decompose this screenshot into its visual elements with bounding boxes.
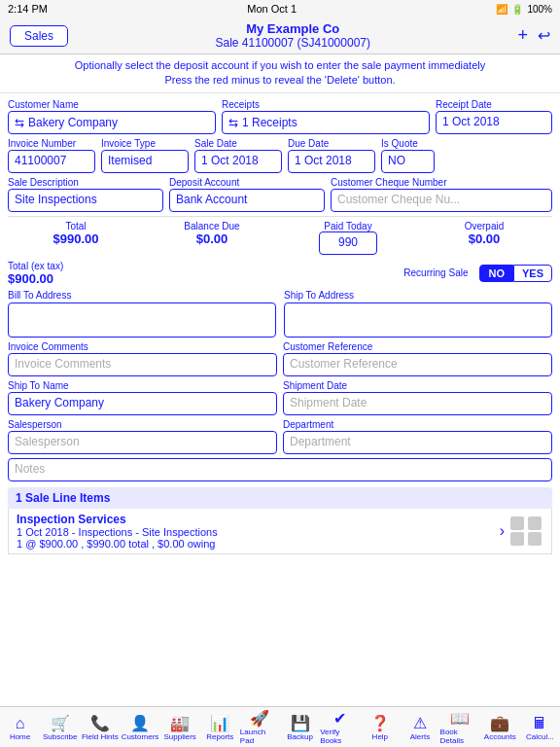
tab-reports[interactable]: 📊 Reports (200, 711, 240, 745)
ship-name-row: Ship To Name Bakery Company Shipment Dat… (8, 380, 552, 415)
tab-accounts[interactable]: 💼 Accounts (480, 711, 520, 745)
verify-books-icon: ✔ (333, 711, 346, 727)
invoice-comments-field[interactable]: Invoice Comments (8, 353, 277, 376)
balance-due-label: Balance Due (184, 221, 239, 231)
customer-name-field[interactable]: ⇆ Bakery Company (8, 111, 216, 134)
tab-field-hints[interactable]: 📞 Field Hints (80, 711, 120, 745)
tab-suppliers-label: Suppliers (163, 732, 195, 741)
customer-reference-field[interactable]: Customer Reference (283, 353, 552, 376)
nav-bar: Sales My Example Co Sale 41100007 (SJ410… (0, 18, 560, 54)
customer-cheque-placeholder: Customer Cheque Nu... (337, 193, 460, 206)
back-button[interactable]: Sales (10, 25, 68, 47)
total-ex-tax-label: Total (ex tax) (8, 261, 63, 271)
department-field[interactable]: Department (283, 431, 552, 454)
receipt-date-value: 1 Oct 2018 (442, 115, 500, 128)
tab-launch-pad-label: Launch Pad (240, 728, 280, 745)
is-quote-field[interactable]: NO (381, 150, 435, 173)
tab-reports-label: Reports (206, 732, 233, 741)
toggle-no-button[interactable]: NO (479, 265, 513, 282)
ship-to-label: Ship To Address (284, 290, 552, 301)
receipt-date-group: Receipt Date 1 Oct 2018 (436, 99, 552, 134)
tab-home[interactable]: ⌂ Home (0, 711, 40, 745)
bill-to-field[interactable] (8, 302, 276, 338)
is-quote-group: Is Quote NO (381, 138, 435, 173)
row-invoice: Invoice Number 41100007 Invoice Type Ite… (8, 138, 552, 173)
invoice-comments-group: Invoice Comments Invoice Comments (8, 341, 277, 376)
row-customer: Customer Name ⇆ Bakery Company Receipts … (8, 99, 552, 134)
due-date-group: Due Date 1 Oct 2018 (288, 138, 375, 173)
totals-section: Total $990.00 Balance Due $0.00 Paid Tod… (8, 216, 552, 259)
total-ex-tax-col: Total (ex tax) $900.00 (8, 261, 403, 286)
sale-desc-field[interactable]: Site Inspections (8, 189, 163, 212)
recurring-toggle[interactable]: NO YES (479, 265, 552, 282)
sale-date-field[interactable]: 1 Oct 2018 (194, 150, 282, 173)
shipment-date-field[interactable]: Shipment Date (283, 392, 552, 415)
notes-row: Notes (8, 458, 552, 481)
tab-backup-label: Backup (287, 732, 313, 741)
help-icon: ❓ (370, 716, 390, 731)
tab-launch-pad[interactable]: 🚀 Launch Pad (240, 711, 280, 745)
receipt-date-field[interactable]: 1 Oct 2018 (436, 111, 552, 134)
tab-bar: ⌂ Home 🛒 Subscribe 📞 Field Hints 👤 Custo… (0, 706, 560, 747)
ship-to-name-field[interactable]: Bakery Company (8, 392, 277, 415)
line-item[interactable]: Inspection Services 1 Oct 2018 - Inspect… (8, 509, 552, 554)
field-hints-icon: 📞 (90, 716, 110, 731)
deposit-account-field[interactable]: Bank Account (169, 189, 325, 212)
tab-home-label: Home (10, 732, 30, 741)
customer-cheque-field[interactable]: Customer Cheque Nu... (331, 189, 552, 212)
grid-cell-3 (510, 532, 524, 546)
bill-to-label: Bill To Address (8, 290, 276, 301)
sale-date-value: 1 Oct 2018 (201, 154, 259, 167)
suppliers-icon: 🏭 (170, 716, 190, 731)
sale-id: Sale 41100007 (SJ41000007) (216, 36, 370, 50)
address-section: Bill To Address Ship To Address (8, 290, 552, 338)
tab-customers[interactable]: 👤 Customers (120, 711, 159, 745)
toggle-yes-button[interactable]: YES (513, 265, 552, 282)
line-item-grid (510, 516, 543, 546)
hint-line1: Optionally select the deposit account if… (8, 58, 552, 73)
line-items-header: 1 Sale Line Items (8, 487, 552, 509)
wifi-icon: 📶 (496, 4, 508, 15)
customer-reference-group: Customer Reference Customer Reference (283, 341, 552, 376)
invoice-comments-placeholder: Invoice Comments (15, 357, 111, 371)
tab-book-details[interactable]: 📖 Book Details (440, 711, 480, 745)
salesperson-field[interactable]: Salesperson (8, 431, 277, 454)
customer-name-group: Customer Name ⇆ Bakery Company (8, 99, 216, 134)
tab-verify-books[interactable]: ✔ Verify Books (320, 711, 360, 745)
department-group: Department Department (283, 419, 552, 454)
customer-name-value: Bakery Company (28, 116, 118, 129)
ship-to-field[interactable] (284, 302, 552, 338)
deposit-account-group: Deposit Account Bank Account (169, 177, 325, 212)
sale-desc-label: Sale Description (8, 177, 163, 188)
due-date-field[interactable]: 1 Oct 2018 (288, 150, 375, 173)
invoice-type-value: Itemised (108, 154, 152, 167)
line-item-info: Inspection Services 1 Oct 2018 - Inspect… (17, 513, 494, 550)
tab-alerts[interactable]: ⚠ Alerts (400, 711, 439, 745)
share-icon[interactable]: ↩ (538, 26, 550, 45)
notes-field[interactable]: Notes (8, 458, 552, 481)
tab-subscribe[interactable]: 🛒 Subscribe (40, 711, 80, 745)
tab-help[interactable]: ❓ Help (360, 711, 400, 745)
add-icon[interactable]: + (517, 25, 528, 46)
invoice-number-label: Invoice Number (8, 138, 95, 149)
invoice-number-field[interactable]: 41100007 (8, 150, 95, 173)
tab-customers-label: Customers (122, 732, 159, 741)
balance-due-value: $0.00 (196, 231, 228, 246)
invoice-type-field[interactable]: Itemised (101, 150, 189, 173)
tab-suppliers[interactable]: 🏭 Suppliers (160, 711, 200, 745)
book-details-icon: 📖 (450, 711, 470, 727)
line-item-name: Inspection Services (17, 513, 494, 526)
shipment-date-label: Shipment Date (283, 380, 552, 391)
tab-calcul[interactable]: 🖩 Calcul... (520, 711, 560, 745)
nav-actions: + ↩ (517, 25, 550, 46)
invoice-comments-label: Invoice Comments (8, 341, 277, 352)
tab-backup[interactable]: 💾 Backup (280, 711, 320, 745)
line-item-desc: 1 Oct 2018 - Inspections - Site Inspecti… (17, 526, 494, 538)
customers-icon: 👤 (130, 716, 150, 731)
receipts-field[interactable]: ⇆ 1 Receipts (222, 111, 430, 134)
grid-cell-1 (510, 516, 524, 530)
home-icon: ⌂ (16, 716, 25, 731)
paid-today-field[interactable]: 990 (319, 231, 377, 255)
shipment-date-group: Shipment Date Shipment Date (283, 380, 552, 415)
receipts-arrow-icon: ⇆ (228, 116, 238, 129)
